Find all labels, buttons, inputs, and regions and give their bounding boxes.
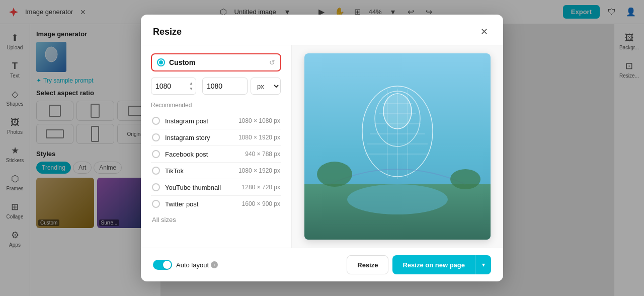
custom-label: Custom [169, 58, 195, 66]
app-container: Image generator ✕ ⬡ Untitled image ▾ ▶ ✋… [0, 0, 644, 296]
width-stepper: ▲ ▼ [188, 81, 194, 92]
width-input-wrap: ▲ ▼ [151, 78, 196, 95]
size-option-youtube-thumbnail[interactable]: YouTube thumbnail 1280 × 720 px [151, 179, 281, 196]
auto-layout-info-icon[interactable]: i [211, 261, 218, 268]
resize-modal: Resize ✕ Custom ↺ [141, 15, 503, 281]
svg-point-8 [347, 184, 448, 214]
modal-title: Resize [153, 27, 182, 37]
modal-overlay[interactable]: Resize ✕ Custom ↺ [0, 0, 644, 296]
unit-select[interactable]: px % in cm [251, 78, 281, 95]
width-step-down[interactable]: ▼ [188, 87, 194, 92]
all-sizes-link[interactable]: All sizes [151, 212, 281, 228]
resize-new-page-button[interactable]: Resize on new page [392, 255, 475, 274]
instagram-story-radio [152, 133, 160, 141]
instagram-post-radio [152, 117, 160, 125]
auto-layout-row: Auto layout i [153, 260, 218, 270]
custom-size-option[interactable]: Custom ↺ [151, 53, 281, 71]
preview-image [304, 53, 491, 240]
toggle-knob [163, 261, 171, 269]
auto-layout-toggle[interactable] [153, 260, 172, 270]
height-input-wrap [202, 78, 248, 95]
modal-body: Custom ↺ ▲ ▼ [141, 45, 503, 248]
modal-footer: Auto layout i Resize Resize on new page … [141, 248, 503, 281]
size-options-list: Instagram post 1080 × 1080 px Instagram … [151, 113, 281, 212]
svg-point-21 [317, 162, 352, 187]
modal-preview-area [292, 45, 503, 248]
modal-close-button[interactable]: ✕ [477, 25, 491, 39]
size-option-instagram-post[interactable]: Instagram post 1080 × 1080 px [151, 113, 281, 129]
size-option-facebook-post[interactable]: Facebook post 940 × 788 px [151, 146, 281, 163]
youtube-thumbnail-radio [152, 183, 160, 191]
custom-radio [157, 58, 165, 66]
tiktok-radio [152, 167, 160, 175]
auto-layout-label: Auto layout i [176, 261, 218, 269]
modal-left-panel: Custom ↺ ▲ ▼ [141, 45, 292, 248]
height-input[interactable] [202, 78, 248, 95]
resize-new-page-group: Resize on new page ▾ [392, 255, 491, 274]
twitter-post-radio [152, 200, 160, 208]
recommended-label: Recommended [151, 102, 281, 109]
action-buttons: Resize Resize on new page ▾ [347, 255, 491, 274]
size-option-twitter-post[interactable]: Twitter post 1600 × 900 px [151, 196, 281, 212]
size-option-tiktok[interactable]: TikTok 1080 × 1920 px [151, 163, 281, 179]
svg-point-22 [450, 169, 480, 189]
modal-header: Resize ✕ [141, 15, 503, 45]
width-step-up[interactable]: ▲ [188, 81, 194, 86]
resize-button[interactable]: Resize [347, 255, 388, 274]
facebook-post-radio [152, 150, 160, 158]
dimension-row: ▲ ▼ px % in cm [151, 78, 281, 95]
resize-new-page-chevron[interactable]: ▾ [475, 255, 491, 274]
reset-icon[interactable]: ↺ [269, 58, 275, 66]
size-option-instagram-story[interactable]: Instagram story 1080 × 1920 px [151, 129, 281, 146]
